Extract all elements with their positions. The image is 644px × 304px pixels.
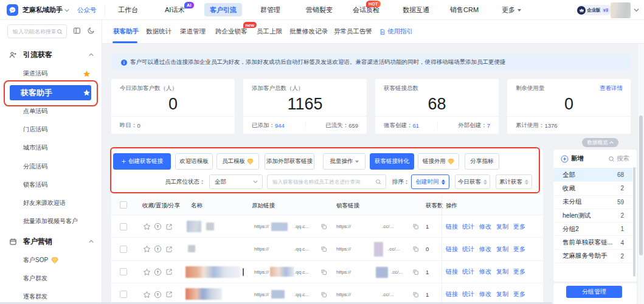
nav-item-ai-script[interactable]: AI话术 — [165, 0, 184, 20]
sidebar-item-customer-broadcast[interactable]: 客户群发 — [0, 272, 102, 285]
star-outline-icon[interactable] — [143, 283, 151, 304]
copy-icon[interactable] — [412, 238, 419, 260]
stat-foot-value[interactable]: 7 — [487, 122, 490, 129]
panel-layout-icon[interactable] — [73, 27, 81, 35]
app-logo[interactable] — [7, 4, 18, 16]
op-more[interactable]: 更多 — [513, 283, 525, 304]
staff-template-button[interactable]: 员工模板 — [216, 153, 259, 170]
op-link[interactable]: 链接 — [446, 283, 458, 304]
op-edit[interactable]: 修改 — [479, 261, 491, 283]
sort-by-total[interactable]: 累计获客 — [496, 174, 532, 189]
op-link[interactable]: 链接 — [446, 261, 458, 283]
op-more[interactable]: 更多 — [513, 261, 525, 283]
add-external-link-button[interactable]: 添加外部获客链接 — [265, 153, 314, 170]
stat-foot-value[interactable]: 944 — [275, 122, 285, 129]
tab-staff-limit[interactable]: 员工上限 — [257, 20, 282, 43]
sidebar-item-acquisition-assistant[interactable]: 获客助手 — [10, 85, 91, 100]
copy-icon[interactable] — [412, 283, 419, 304]
favorite-star-icon[interactable] — [83, 70, 91, 78]
copy-icon[interactable] — [412, 215, 419, 238]
group-search-button[interactable]: 搜索 — [608, 150, 629, 168]
group-manage-button[interactable]: 分组管理 — [566, 286, 622, 298]
collapse-overview-toggle[interactable]: 数据概览 — [582, 138, 618, 147]
sidebar-item-order-code[interactable]: 点单活码 — [0, 105, 102, 117]
sidebar-search-input[interactable] — [13, 29, 55, 35]
user-avatar[interactable] — [611, 2, 631, 18]
sidebar-item-lock-customer-code[interactable]: 锁客活码 — [0, 179, 102, 191]
copy-icon[interactable] — [320, 261, 327, 283]
sort-by-today[interactable]: 今日获客 — [455, 174, 490, 189]
group-item-presale-links[interactable]: 售前单独获客链...4 — [553, 237, 632, 250]
tab-data-statistics[interactable]: 数据统计 — [146, 20, 171, 43]
sidebar-item-city-code[interactable]: 城市活码 — [0, 142, 102, 154]
row-checkbox[interactable] — [120, 246, 127, 253]
op-stats[interactable]: 统计 — [462, 283, 474, 304]
op-link[interactable]: 链接 — [446, 238, 458, 260]
sidebar-item-store-code[interactable]: 门店活码 — [0, 123, 102, 136]
tab-batch-edit-records[interactable]: 批量修改记录 — [289, 20, 328, 43]
nav-item-sales-crm[interactable]: 销售CRM — [450, 0, 479, 20]
sidebar-section-customer-marketing[interactable]: 客户营销 — [0, 235, 102, 247]
op-stats[interactable]: 统计 — [462, 238, 474, 260]
nav-item-customer-acquisition[interactable]: 客户引流 — [204, 3, 242, 16]
copy-icon[interactable] — [320, 215, 327, 238]
page-scrollbar[interactable] — [637, 20, 644, 304]
share-icon[interactable] — [165, 283, 173, 304]
usage-guide-link[interactable]: 使用指引 — [379, 20, 413, 43]
link-external-use-button[interactable]: 链接外用 — [418, 153, 459, 170]
sort-by-create-time[interactable]: 创建时间 — [411, 174, 449, 189]
sidebar-item-friend-source-welcome[interactable]: 好友来源欢迎语 — [0, 197, 102, 209]
stat-foot-value[interactable]: 61 — [413, 122, 420, 129]
nav-item-data-exchange[interactable]: 数据互通 — [403, 0, 429, 20]
op-copy[interactable]: 复制 — [496, 261, 508, 283]
row-checkbox[interactable] — [120, 291, 127, 298]
brand-chevron-down-icon[interactable] — [64, 9, 69, 12]
moon-icon[interactable] — [87, 27, 95, 35]
tab-channel-management[interactable]: 渠道管理 — [180, 20, 206, 43]
page-scrollbar-thumb[interactable] — [639, 116, 643, 255]
row-checkbox[interactable] — [120, 223, 127, 230]
pin-top-icon[interactable] — [154, 283, 162, 304]
op-copy[interactable]: 复制 — [496, 238, 508, 260]
view-details-link[interactable]: 查看详情 — [600, 85, 623, 92]
nav-item-group-management[interactable]: 群管理 — [260, 0, 280, 20]
link-search[interactable] — [267, 174, 386, 189]
star-outline-icon[interactable] — [143, 215, 151, 238]
tab-acquisition-assistant[interactable]: 获客助手 — [113, 20, 139, 43]
op-stats[interactable]: 统计 — [462, 215, 474, 238]
group-item-helen-test[interactable]: helen测试2 — [553, 209, 632, 223]
op-stats[interactable]: 统计 — [462, 261, 474, 283]
nav-item-workbench[interactable]: 工作台 — [118, 0, 138, 20]
link-search-input[interactable] — [272, 179, 370, 185]
group-item-group2[interactable]: 分组21 — [553, 223, 632, 236]
favorite-star-icon[interactable] — [83, 89, 91, 97]
welcome-template-button[interactable]: 欢迎语模板 — [175, 153, 213, 170]
op-more[interactable]: 更多 — [513, 238, 525, 260]
pin-top-icon[interactable] — [154, 261, 162, 283]
user-chevron-down-icon[interactable] — [634, 8, 639, 12]
group-item-favorites[interactable]: 收藏2 — [553, 182, 632, 195]
panel-scrollbar-thumb[interactable] — [633, 167, 635, 277]
op-copy[interactable]: 复制 — [496, 215, 508, 238]
sidebar-section-lead-acquisition[interactable]: 引流获客 — [0, 49, 102, 61]
share-icon[interactable] — [165, 261, 173, 283]
sidebar-item-one-by-one-broadcast[interactable]: 逐客群发 — [0, 291, 102, 303]
select-all-checkbox[interactable] — [120, 201, 127, 209]
tab-cross-enterprise-lock[interactable]: 跨企业锁客 — [215, 20, 248, 43]
group-item-ungrouped[interactable]: 未分组59 — [553, 196, 632, 209]
seat-status-select[interactable]: 全部 — [209, 174, 263, 189]
pin-top-icon[interactable] — [154, 238, 162, 260]
op-link[interactable]: 链接 — [446, 215, 458, 238]
nav-item-more[interactable]: 更多 — [502, 0, 521, 20]
share-icon[interactable] — [165, 238, 173, 260]
star-outline-icon[interactable] — [143, 238, 151, 260]
add-group-button[interactable]: 新增 — [561, 150, 584, 168]
op-edit[interactable]: 修改 — [479, 215, 491, 238]
share-metrics-button[interactable]: 分享指标 — [465, 153, 499, 170]
create-link-button[interactable]: 创建获客链接 — [113, 153, 171, 170]
row-checkbox[interactable] — [120, 268, 127, 275]
link-conversion-button[interactable]: 获客链接转化 — [370, 153, 414, 170]
sidebar-item-channel-code[interactable]: 渠道活码 — [0, 67, 102, 80]
sidebar-item-customer-sop[interactable]: 客户SOP — [0, 254, 102, 266]
star-outline-icon[interactable] — [143, 261, 151, 283]
